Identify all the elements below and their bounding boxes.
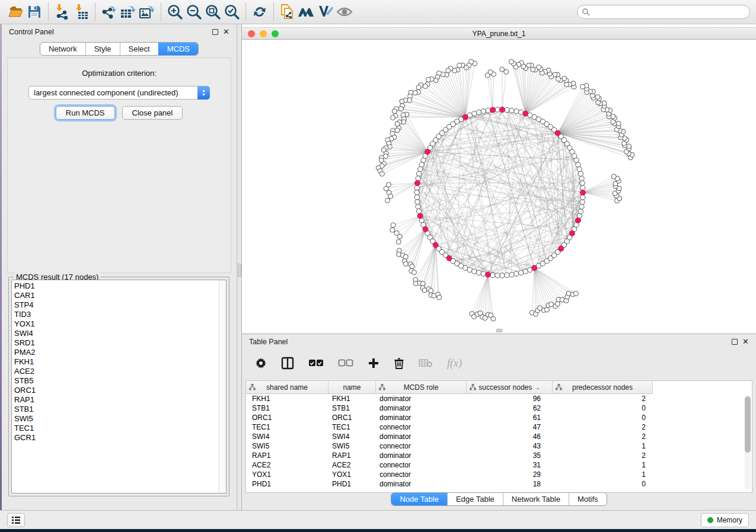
network-node[interactable]	[403, 254, 408, 259]
search-input[interactable]	[590, 7, 749, 17]
network-node[interactable]	[414, 195, 419, 200]
table-row[interactable]: PHD1PHD1dominator180	[246, 479, 752, 489]
network-node[interactable]	[392, 109, 397, 114]
export-image-button[interactable]	[138, 2, 157, 21]
network-node[interactable]	[472, 269, 477, 274]
network-node[interactable]	[416, 171, 421, 176]
mcds-result-list[interactable]: PHD1CAR1STP4TID3YOX1SWI4SRD1PMA2FKH1ACE2…	[11, 280, 227, 493]
mcds-network-node[interactable]	[462, 114, 468, 120]
network-node[interactable]	[398, 106, 403, 111]
mcds-result-item[interactable]: SWI4	[14, 329, 218, 338]
tab-network-table[interactable]: Network Table	[503, 493, 569, 505]
mcds-network-node[interactable]	[423, 226, 428, 232]
copy-network-button[interactable]	[278, 2, 297, 21]
scrollbar-thumb[interactable]	[745, 396, 751, 453]
network-node[interactable]	[403, 261, 408, 266]
mcds-result-item[interactable]: PHD1	[14, 281, 218, 291]
binoculars-button[interactable]	[297, 2, 316, 21]
network-node[interactable]	[490, 273, 495, 277]
table-row[interactable]: SWI5SWI5connector431	[246, 441, 752, 451]
network-window-titlebar[interactable]: YPA_prune.txt_1	[242, 27, 756, 40]
mcds-result-item[interactable]: CAR1	[14, 291, 218, 300]
network-node[interactable]	[578, 209, 583, 214]
mcds-network-node[interactable]	[490, 107, 496, 113]
network-node[interactable]	[391, 116, 395, 120]
network-node[interactable]	[486, 108, 490, 113]
network-node[interactable]	[505, 273, 509, 277]
network-node[interactable]	[422, 288, 427, 293]
network-node[interactable]	[397, 234, 402, 239]
mcds-network-node[interactable]	[499, 107, 505, 113]
network-node[interactable]	[580, 84, 585, 89]
network-node[interactable]	[505, 107, 509, 112]
deselect-all-rows-button[interactable]	[338, 359, 353, 367]
mcds-result-item[interactable]: TID3	[14, 310, 218, 319]
network-node[interactable]	[417, 166, 422, 171]
network-node[interactable]	[420, 281, 425, 286]
network-node[interactable]	[573, 291, 578, 296]
network-node[interactable]	[395, 128, 400, 133]
float-panel-icon[interactable]	[732, 339, 738, 345]
mcds-network-node[interactable]	[446, 255, 452, 261]
open-session-button[interactable]	[6, 2, 25, 21]
network-node[interactable]	[555, 302, 560, 306]
column-header-shared-name[interactable]: shared name	[246, 381, 328, 394]
visual-style-button[interactable]	[316, 2, 335, 21]
column-header-MCDS-role[interactable]: MCDS role	[376, 381, 467, 394]
network-node[interactable]	[410, 264, 414, 269]
mcds-network-node[interactable]	[555, 130, 560, 136]
column-header-predecessor-nodes[interactable]: predecessor nodes	[553, 381, 653, 394]
network-node[interactable]	[544, 307, 549, 312]
network-node[interactable]	[579, 204, 584, 209]
mcds-network-node[interactable]	[559, 246, 564, 251]
tab-style[interactable]: Style	[85, 43, 120, 55]
network-node[interactable]	[413, 91, 417, 95]
import-table-button[interactable]	[72, 2, 91, 21]
network-node[interactable]	[514, 109, 519, 114]
network-node[interactable]	[578, 171, 583, 176]
mcds-network-node[interactable]	[417, 213, 423, 219]
float-panel-icon[interactable]	[212, 29, 218, 35]
mcds-result-item[interactable]: TEC1	[14, 424, 218, 433]
mcds-result-item[interactable]: ORC1	[14, 386, 218, 395]
network-node[interactable]	[481, 271, 486, 276]
network-node[interactable]	[514, 271, 519, 276]
table-row[interactable]: STB1STB1dominator620	[246, 403, 752, 413]
zoom-selected-button[interactable]	[222, 2, 241, 21]
network-node[interactable]	[481, 109, 486, 114]
network-node[interactable]	[437, 295, 442, 300]
table-row[interactable]: ACE2ACE2connector311	[246, 460, 752, 470]
mcds-result-item[interactable]: STP4	[14, 300, 218, 310]
mcds-network-node[interactable]	[425, 149, 430, 155]
table-row[interactable]: YOX1YOX1connector291	[246, 470, 752, 479]
window-close-icon[interactable]	[248, 30, 255, 37]
zoom-out-button[interactable]	[184, 2, 203, 21]
vertical-splitter[interactable]	[237, 24, 242, 510]
import-network-button[interactable]	[53, 2, 72, 21]
network-node[interactable]	[495, 107, 500, 112]
network-node[interactable]	[414, 185, 419, 190]
table-row[interactable]: TEC1TEC1connector472	[246, 422, 752, 432]
network-node[interactable]	[426, 77, 430, 82]
network-node[interactable]	[457, 63, 462, 68]
horizontal-splitter-grip[interactable]	[496, 329, 502, 332]
table-row[interactable]: ORC1ORC1dominator610	[246, 413, 752, 422]
mcds-network-node[interactable]	[569, 230, 575, 236]
delete-column-button[interactable]	[394, 357, 404, 370]
close-panel-icon[interactable]: ✕	[742, 339, 749, 345]
tab-node-table[interactable]: Node Table	[391, 493, 447, 505]
network-node[interactable]	[416, 176, 420, 181]
network-node[interactable]	[509, 108, 514, 113]
network-node[interactable]	[429, 289, 433, 293]
zoom-fit-button[interactable]	[203, 2, 222, 21]
mcds-result-item[interactable]: STB1	[14, 405, 218, 414]
network-node[interactable]	[580, 185, 585, 190]
column-header-name[interactable]: name	[328, 381, 376, 394]
close-panel-icon[interactable]: ✕	[223, 29, 229, 35]
mcds-network-node[interactable]	[486, 272, 491, 277]
network-node[interactable]	[556, 76, 561, 81]
mcds-network-node[interactable]	[580, 190, 586, 196]
network-node[interactable]	[580, 181, 585, 185]
mcds-result-item[interactable]: SRD1	[14, 338, 218, 348]
search-box[interactable]	[577, 5, 750, 19]
